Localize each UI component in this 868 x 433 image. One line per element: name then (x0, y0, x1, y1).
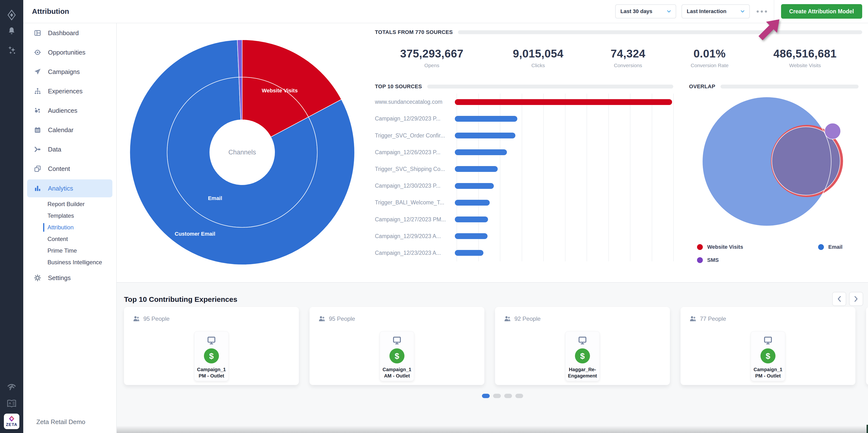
submenu-item-content[interactable]: Content (23, 233, 116, 245)
submenu-item-attribution[interactable]: Attribution (23, 222, 116, 233)
pagination-dot[interactable] (493, 394, 501, 398)
source-row[interactable]: www.sundancecatalog.com (375, 94, 674, 110)
people-count: 95 People (318, 315, 355, 322)
source-bar (455, 216, 488, 222)
source-bar-track (455, 166, 672, 172)
sidebar-item-campaigns[interactable]: Campaigns (23, 62, 116, 82)
sidebar-item-calendar[interactable]: Calendar (23, 120, 116, 140)
sidebar-item-content[interactable]: Content (23, 159, 116, 178)
chevron-down-icon (741, 10, 744, 12)
notifications-bell-icon[interactable] (0, 26, 23, 36)
attribution-main: TOTALS FROM 770 SOURCES 375,293,667Opens… (117, 24, 868, 282)
experience-node: $Campaign_1 AM - Outlet (380, 331, 414, 381)
source-bar-track (455, 233, 672, 239)
sidebar-item-experiences[interactable]: Experiences (23, 82, 116, 101)
experience-card[interactable]: 92 People$Haggar_Re-Engagement (495, 307, 670, 385)
experience-name: Campaign_1 AM - Outlet (380, 366, 414, 379)
top-sources-section-label: TOP 10 SOURCES (375, 83, 422, 90)
create-attribution-model-button[interactable]: Create Attribution Model (781, 4, 862, 19)
attribution-model-dropdown[interactable]: Last Interaction (682, 4, 750, 19)
source-bar-track (455, 116, 672, 122)
pagination-dot[interactable] (504, 394, 512, 398)
pagination-dot[interactable] (482, 394, 490, 398)
ai-sparkles-icon[interactable] (0, 45, 23, 56)
people-icon (504, 315, 511, 322)
revenue-icon: $ (390, 348, 404, 364)
experience-card[interactable]: 95 People$Campaign_1 PM - Outlet (124, 307, 299, 385)
legend-item-website-visits: Website Visits (697, 244, 818, 250)
top-sources-section-header: TOP 10 SOURCES (375, 83, 673, 90)
people-count-label: 77 People (700, 315, 726, 322)
sidebar-nav: DashboardOpportunitiesCampaignsExperienc… (23, 23, 116, 288)
source-row[interactable]: Campaign_12/29/2023 P... (375, 110, 674, 127)
content-icon (34, 165, 41, 172)
pagination-dot[interactable] (516, 394, 523, 398)
source-bar (455, 133, 516, 139)
experience-card[interactable]: 95 People$Campaign_1 AM - Outlet (310, 307, 485, 385)
totals-section-bar (458, 30, 862, 34)
sidebar-item-opportunities[interactable]: Opportunities (23, 43, 116, 62)
signal-icon[interactable] (0, 382, 23, 391)
zeta-logo-word: ZETA (6, 422, 17, 427)
source-bar (455, 250, 484, 256)
submenu-item-report-builder[interactable]: Report Builder (23, 198, 116, 210)
sidebar-item-dashboard[interactable]: Dashboard (23, 23, 116, 43)
experience-card[interactable] (866, 307, 868, 385)
source-bar-track (455, 200, 672, 206)
revenue-icon: $ (761, 348, 775, 364)
more-options-button[interactable] (756, 10, 767, 12)
submenu-item-templates[interactable]: Templates (23, 210, 116, 222)
legend-dot (818, 244, 824, 250)
experience-card[interactable]: 77 People$Campaign_1 PM - Outlet (681, 307, 856, 385)
revenue-icon: $ (204, 348, 219, 364)
source-row[interactable]: Campaign_12/29/2023 A... (375, 228, 674, 244)
monitor-icon (207, 331, 216, 345)
sidebar-item-analytics[interactable]: Analytics (27, 179, 113, 197)
carousel-prev-button[interactable] (832, 292, 846, 306)
source-row[interactable]: Campaign_12/27/2023 PM... (375, 211, 674, 228)
sidebar-item-data[interactable]: Data (23, 140, 116, 159)
glossary-book-icon[interactable]: A (0, 400, 23, 408)
overlap-legend: Website VisitsEmailSMS (697, 244, 862, 263)
stat-conversions: 74,324Conversions (611, 47, 645, 68)
source-row[interactable]: Trigger_SVC_Shipping Co... (375, 161, 674, 177)
stat-conversion-rate: 0.01%Conversion Rate (691, 47, 728, 68)
top-sources-section-bar (427, 85, 673, 88)
gear-icon (34, 274, 41, 282)
submenu-item-business-intelligence[interactable]: Business Intelligence (23, 257, 116, 268)
sidebar-item-label: Analytics (48, 185, 73, 192)
source-label: Campaign_12/29/2023 P... (375, 115, 455, 122)
sunburst-center-label: Channels (228, 149, 256, 156)
source-bar (455, 200, 490, 206)
corner-sliver (867, 425, 868, 433)
source-bar (455, 233, 488, 239)
source-row[interactable]: Trigger_BALI_Welcome_T... (375, 194, 674, 211)
experiences-carousel-nav (832, 292, 863, 306)
source-row[interactable]: Campaign_12/30/2023 P... (375, 177, 674, 194)
sidebar-item-settings[interactable]: Settings (23, 268, 116, 288)
date-range-dropdown[interactable]: Last 30 days (615, 4, 676, 19)
header-controls: Last 30 days Last Interaction Create Att… (615, 0, 868, 23)
zeta-logo[interactable]: ZETA (4, 413, 20, 429)
source-bar (455, 116, 517, 122)
sidebar-item-label: Settings (48, 274, 71, 282)
source-row[interactable]: Campaign_12/23/2023 A... (375, 244, 674, 261)
people-icon (133, 315, 140, 322)
experience-node: $Campaign_1 PM - Outlet (751, 331, 785, 381)
zeta-diamond-logo-icon[interactable] (0, 10, 23, 20)
sidebar-item-label: Calendar (48, 126, 73, 134)
date-range-value: Last 30 days (620, 8, 652, 15)
opportunities-icon (34, 49, 41, 56)
source-row[interactable]: Trigger_SVC_Order Confir... (375, 127, 674, 144)
sidebar-item-audiences[interactable]: Audiences (23, 101, 116, 120)
revenue-icon: $ (575, 348, 590, 364)
carousel-next-button[interactable] (849, 292, 863, 306)
source-label: www.sundancecatalog.com (375, 99, 455, 105)
stat-website-visits: 486,516,681Website Visits (773, 47, 837, 68)
carousel-pagination (482, 394, 523, 398)
sidebar-item-label: Content (48, 165, 70, 173)
contributing-experiences-section: Top 10 Contributing Experiences 95 Peopl… (117, 282, 868, 433)
submenu-item-prime-time[interactable]: Prime Time (23, 245, 116, 257)
source-row[interactable]: Campaign_12/26/2023 P... (375, 144, 674, 161)
legend-dot (697, 244, 703, 250)
